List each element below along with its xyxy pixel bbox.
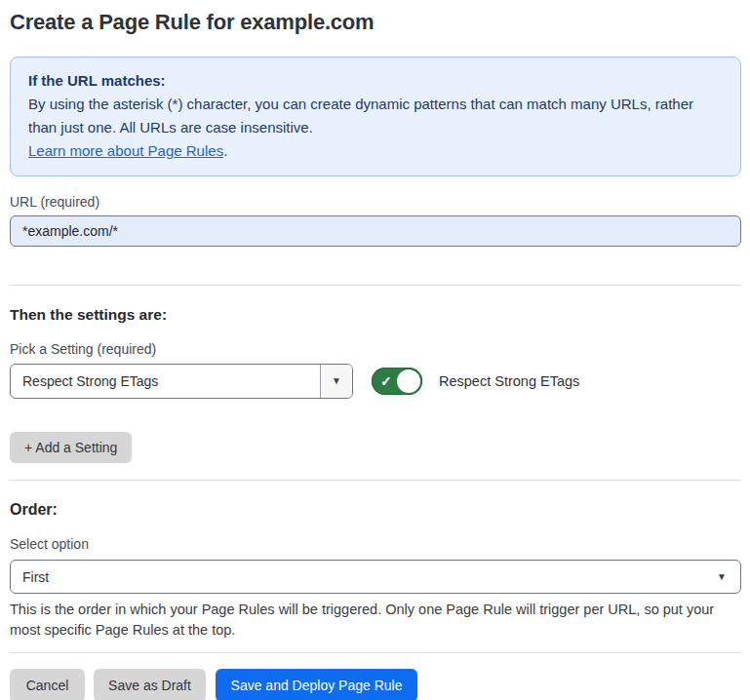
order-section-heading: Order:: [10, 500, 741, 519]
chevron-down-icon: ▼: [717, 572, 727, 582]
setting-select[interactable]: Respect Strong ETags ▼: [10, 364, 353, 399]
link-period: .: [223, 142, 227, 159]
url-input[interactable]: [10, 215, 741, 247]
url-match-info-box: If the URL matches: By using the asteris…: [10, 57, 741, 176]
setting-select-arrow-button[interactable]: ▼: [320, 365, 352, 398]
create-page-rule-form: Create a Page Rule for example.com If th…: [0, 0, 750, 700]
order-select-label: Select option: [10, 535, 741, 553]
learn-more-link[interactable]: Learn more about Page Rules: [28, 142, 223, 159]
add-setting-button[interactable]: + Add a Setting: [10, 432, 132, 463]
info-box-heading: If the URL matches:: [28, 69, 723, 93]
respect-strong-etags-toggle[interactable]: ✓: [372, 368, 422, 395]
pick-setting-label: Pick a Setting (required): [10, 340, 741, 358]
url-field-label: URL (required): [10, 193, 741, 211]
check-icon: ✓: [380, 373, 392, 389]
info-box-link-line: Learn more about Page Rules.: [28, 139, 723, 163]
settings-section-heading: Then the settings are:: [10, 305, 741, 324]
footer-actions: Cancel Save as Draft Save and Deploy Pag…: [10, 669, 741, 700]
section-divider: [10, 285, 741, 286]
section-divider: [10, 480, 741, 481]
toggle-label: Respect Strong ETags: [439, 373, 579, 389]
setting-select-value: Respect Strong ETags: [11, 365, 320, 398]
chevron-down-icon: ▼: [332, 376, 341, 386]
page-title: Create a Page Rule for example.com: [10, 10, 741, 35]
toggle-knob: [397, 369, 420, 393]
save-and-deploy-button[interactable]: Save and Deploy Page Rule: [216, 669, 417, 700]
setting-row: Respect Strong ETags ▼ ✓ Respect Strong …: [10, 364, 741, 399]
order-select-value: First: [22, 569, 717, 585]
order-select[interactable]: First ▼: [10, 560, 741, 594]
order-help-text: This is the order in which your Page Rul…: [10, 600, 741, 641]
cancel-button[interactable]: Cancel: [10, 669, 85, 700]
info-box-body: By using the asterisk (*) character, you…: [28, 93, 723, 139]
footer-divider: [10, 652, 741, 653]
save-as-draft-button[interactable]: Save as Draft: [94, 669, 206, 700]
